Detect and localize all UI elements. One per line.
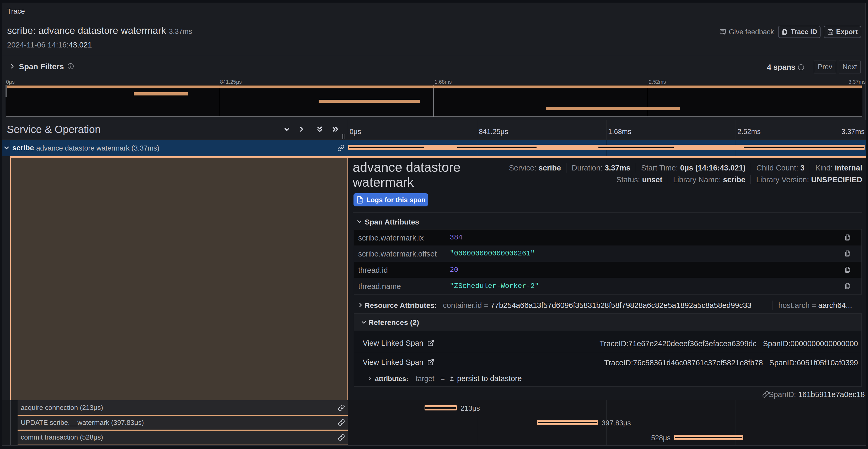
svg-text:LOG: LOG [358, 200, 362, 203]
